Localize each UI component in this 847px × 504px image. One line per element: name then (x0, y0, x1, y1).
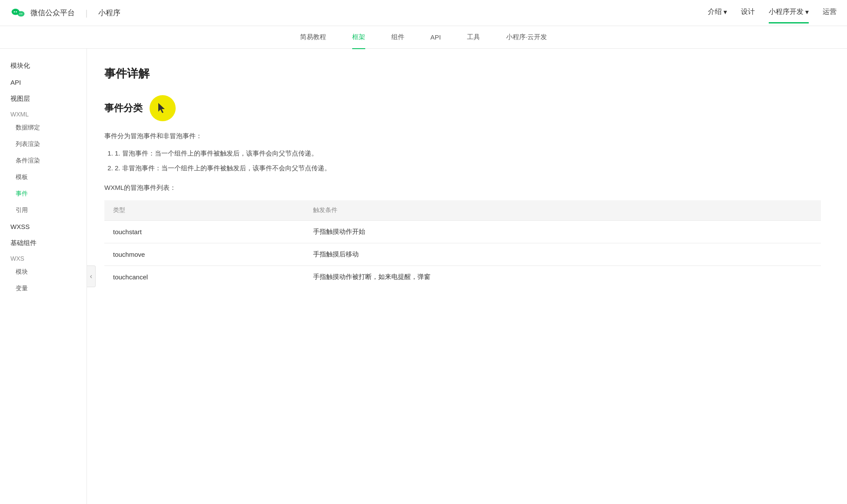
section-event-type: 事件分类 事件分为冒泡事件和非冒泡事件： 1. 冒泡事件：当一个组件上的事件被触… (104, 95, 821, 288)
main-layout: 模块化 API 视图层 WXML 数据绑定 列表渲染 条件渲染 模板 事件 引用… (0, 49, 847, 504)
table-header-type: 类型 (104, 200, 304, 221)
sidebar-item-api[interactable]: API (0, 74, 87, 90)
sidebar-item-jichuzujian[interactable]: 基础组件 (0, 235, 87, 252)
table-intro-text: WXML的冒泡事件列表： (104, 182, 821, 193)
nav-item-intro[interactable]: 介绍 ▾ (708, 6, 727, 18)
sub-nav-jiagou[interactable]: 框架 (352, 31, 365, 43)
sidebar-item-shituceng[interactable]: 视图层 (0, 90, 87, 107)
product-name: 小程序 (98, 8, 120, 18)
sidebar-section-wxml: WXML (0, 107, 87, 119)
top-nav-right: 介绍 ▾ 设计 小程序开发 ▾ 运营 (708, 6, 837, 20)
sidebar-item-shijian[interactable]: 事件 (0, 186, 87, 202)
sidebar-item-tiaojianxuanran[interactable]: 条件渲染 (0, 153, 87, 169)
content-wrapper: ‹ 事件详解 事件分类 事件分为冒泡事件和非冒泡事件： (87, 49, 847, 504)
content-area: 事件详解 事件分类 事件分为冒泡事件和非冒泡事件： 1. 冒泡事件：当一个组件上… (87, 49, 847, 504)
svg-point-5 (21, 13, 22, 14)
cursor-indicator (150, 95, 176, 121)
table-cell-condition-1: 手指触摸动作开始 (304, 221, 821, 243)
svg-marker-6 (158, 103, 165, 113)
table-row: touchcancel 手指触摸动作被打断，如来电提醒，弹窗 (104, 266, 821, 288)
wechat-icon (10, 5, 26, 21)
sidebar-item-bianliang[interactable]: 变量 (0, 280, 87, 297)
sub-nav-gongju[interactable]: 工具 (467, 31, 480, 43)
sidebar-item-mokuai[interactable]: 模块 (0, 264, 87, 280)
sub-nav: 简易教程 框架 组件 API 工具 小程序·云开发 (0, 26, 847, 49)
sidebar-item-wxss[interactable]: WXSS (0, 219, 87, 235)
nav-item-wrapper-ops: 运营 (823, 6, 837, 20)
nav-item-wrapper-design: 设计 (741, 6, 755, 20)
event-type-list: 1. 冒泡事件：当一个组件上的事件被触发后，该事件会向父节点传递。 2. 非冒泡… (115, 147, 821, 175)
section-heading-event-type: 事件分类 (104, 95, 821, 121)
nav-item-dev[interactable]: 小程序开发 ▾ (769, 6, 809, 18)
svg-point-4 (20, 13, 20, 14)
nav-item-wrapper-dev: 小程序开发 ▾ (769, 6, 809, 20)
table-cell-condition-3: 手指触摸动作被打断，如来电提醒，弹窗 (304, 266, 821, 288)
sidebar: 模块化 API 视图层 WXML 数据绑定 列表渲染 条件渲染 模板 事件 引用… (0, 49, 87, 504)
collapse-icon: ‹ (90, 272, 92, 280)
sub-nav-cloud[interactable]: 小程序·云开发 (506, 31, 547, 43)
table-cell-type-3: touchcancel (104, 266, 304, 288)
section-heading-text: 事件分类 (104, 102, 143, 115)
sub-nav-api[interactable]: API (430, 32, 441, 43)
dropdown-icon-dev: ▾ (805, 8, 809, 16)
sidebar-section-wxs: WXS (0, 252, 87, 264)
top-nav: 微信公众平台 ｜ 小程序 介绍 ▾ 设计 小程序开发 ▾ 运营 (0, 0, 847, 26)
sidebar-item-yinyong[interactable]: 引用 (0, 202, 87, 219)
nav-item-wrapper-intro: 介绍 ▾ (708, 6, 727, 20)
event-type-intro: 事件分为冒泡事件和非冒泡事件： (104, 130, 821, 142)
cursor-icon (157, 102, 169, 114)
platform-name: 微信公众平台 (30, 8, 75, 18)
table-header-condition: 触发条件 (304, 200, 821, 221)
event-list-item-1: 1. 冒泡事件：当一个组件上的事件被触发后，该事件会向父节点传递。 (115, 147, 821, 160)
nav-item-design[interactable]: 设计 (741, 6, 755, 18)
table-row: touchmove 手指触摸后移动 (104, 243, 821, 266)
svg-point-1 (14, 11, 15, 12)
sidebar-item-muban[interactable]: 模板 (0, 169, 87, 186)
table-header-row: 类型 触发条件 (104, 200, 821, 221)
table-cell-type-2: touchmove (104, 243, 304, 266)
table-cell-condition-2: 手指触摸后移动 (304, 243, 821, 266)
table-row: touchstart 手指触摸动作开始 (104, 221, 821, 243)
bubble-events-table: 类型 触发条件 touchstart 手指触摸动作开始 touchmove 手指… (104, 200, 821, 288)
sidebar-item-liebiaoxuanran[interactable]: 列表渲染 (0, 136, 87, 153)
table-cell-type-1: touchstart (104, 221, 304, 243)
page-title: 事件详解 (104, 66, 821, 81)
svg-point-3 (17, 11, 24, 17)
sub-nav-zujian[interactable]: 组件 (391, 31, 404, 43)
svg-point-2 (16, 11, 17, 12)
nav-divider: ｜ (83, 8, 90, 18)
nav-item-ops[interactable]: 运营 (823, 6, 837, 18)
dropdown-icon-intro: ▾ (724, 8, 727, 16)
sub-nav-jiaocheng[interactable]: 简易教程 (300, 31, 326, 43)
sidebar-item-mokuaihua[interactable]: 模块化 (0, 57, 87, 74)
event-list-item-2: 2. 非冒泡事件：当一个组件上的事件被触发后，该事件不会向父节点传递。 (115, 162, 821, 175)
brand-logo[interactable]: 微信公众平台 ｜ 小程序 (10, 5, 120, 21)
sidebar-item-shujubangding[interactable]: 数据绑定 (0, 119, 87, 136)
collapse-sidebar-button[interactable]: ‹ (87, 265, 96, 287)
